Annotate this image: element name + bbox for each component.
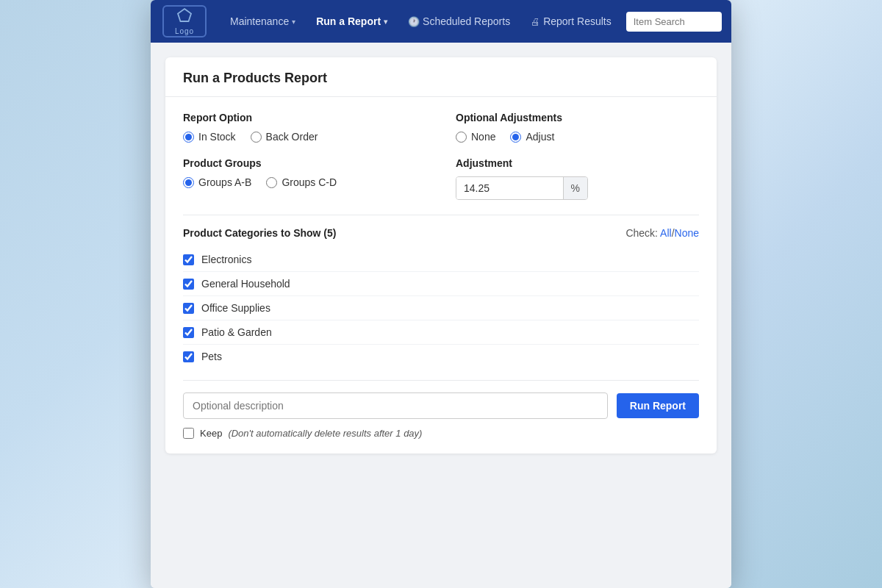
check-none-link[interactable]: None — [675, 227, 699, 239]
checkbox-patio-garden[interactable] — [183, 327, 194, 338]
form-group-product-groups: Product Groups Groups A-B Groups C-D — [183, 157, 426, 200]
categories-section: Product Categories to Show (5) Check: Al… — [183, 215, 699, 368]
checkbox-electronics[interactable] — [183, 254, 194, 265]
optional-adjustments-label: Optional Adjustments — [456, 112, 699, 123]
radio-groups-cd-input[interactable] — [266, 177, 277, 188]
checkbox-office-supplies[interactable] — [183, 303, 194, 314]
maintenance-caret-icon: ▾ — [292, 18, 295, 26]
radio-group-report-option: In Stock Back Order — [183, 131, 426, 143]
nav-search — [626, 12, 722, 32]
logo-box: Logo — [162, 5, 207, 37]
radio-none-input[interactable] — [456, 132, 467, 143]
radio-in-stock[interactable]: In Stock — [183, 131, 236, 143]
keep-checkbox[interactable] — [183, 428, 194, 439]
checkbox-general-household[interactable] — [183, 279, 194, 290]
report-card-header: Run a Products Report — [165, 57, 717, 97]
adjustment-input[interactable] — [456, 177, 563, 199]
run-report-caret-icon: ▾ — [384, 18, 387, 26]
category-item-office-supplies: Office Supplies — [183, 296, 699, 320]
description-input[interactable] — [183, 392, 608, 419]
clock-icon: 🕐 — [408, 16, 420, 27]
radio-adjust[interactable]: Adjust — [510, 131, 554, 143]
keep-note: (Don't automatically delete results afte… — [228, 428, 422, 439]
category-item-electronics: Electronics — [183, 248, 699, 272]
radio-adjust-input[interactable] — [510, 132, 521, 143]
nav-links: Maintenance ▾ Run a Report ▾ 🕐 Scheduled… — [221, 10, 620, 33]
nav-report-results[interactable]: 🖨 Report Results — [522, 10, 620, 33]
adjustment-unit: % — [563, 177, 587, 199]
radio-back-order-input[interactable] — [251, 132, 262, 143]
keep-row: Keep (Don't automatically delete results… — [183, 428, 699, 439]
categories-header: Product Categories to Show (5) Check: Al… — [183, 227, 699, 239]
printer-icon: 🖨 — [531, 16, 540, 27]
radio-in-stock-input[interactable] — [183, 132, 194, 143]
checkbox-pets[interactable] — [183, 351, 194, 362]
nav-run-report[interactable]: Run a Report ▾ — [307, 10, 396, 33]
nav-maintenance[interactable]: Maintenance ▾ — [221, 10, 304, 33]
run-report-button[interactable]: Run Report — [617, 393, 699, 418]
adjustment-input-wrap: % — [456, 176, 588, 200]
logo-icon — [176, 7, 193, 26]
form-group-report-option: Report Option In Stock Back Order — [183, 112, 426, 143]
radio-group-product-groups: Groups A-B Groups C-D — [183, 176, 426, 188]
check-links: Check: All/None — [625, 227, 699, 239]
form-row-1: Report Option In Stock Back Order — [183, 112, 699, 143]
report-card: Run a Products Report Report Option In S… — [165, 57, 717, 453]
category-item-general-household: General Household — [183, 272, 699, 296]
form-group-optional-adjustments: Optional Adjustments None Adjust — [456, 112, 699, 143]
search-input[interactable] — [626, 12, 722, 32]
main-content: Run a Products Report Report Option In S… — [151, 43, 731, 588]
adjustment-label: Adjustment — [456, 157, 699, 169]
logo-text: Logo — [175, 27, 194, 35]
svg-marker-0 — [178, 9, 191, 21]
radio-back-order[interactable]: Back Order — [251, 131, 318, 143]
form-group-adjustment: Adjustment % — [456, 157, 699, 200]
actions-row: Run Report — [183, 380, 699, 419]
category-item-patio-garden: Patio & Garden — [183, 320, 699, 345]
nav-scheduled-reports[interactable]: 🕐 Scheduled Reports — [399, 10, 519, 33]
radio-groups-cd[interactable]: Groups C-D — [266, 176, 337, 188]
app-window: Logo Maintenance ▾ Run a Report ▾ 🕐 Sche… — [151, 0, 731, 588]
categories-label: Product Categories to Show (5) — [183, 227, 336, 239]
radio-none[interactable]: None — [456, 131, 495, 143]
product-groups-label: Product Groups — [183, 157, 426, 169]
radio-groups-ab-input[interactable] — [183, 177, 194, 188]
radio-groups-ab[interactable]: Groups A-B — [183, 176, 251, 188]
form-row-2: Product Groups Groups A-B Groups C-D — [183, 157, 699, 200]
check-all-link[interactable]: All — [660, 227, 672, 239]
report-card-body: Report Option In Stock Back Order — [165, 97, 717, 453]
report-title: Run a Products Report — [183, 71, 699, 86]
navbar: Logo Maintenance ▾ Run a Report ▾ 🕐 Sche… — [151, 0, 731, 43]
radio-group-adjustments: None Adjust — [456, 131, 699, 143]
category-item-pets: Pets — [183, 345, 699, 368]
report-option-label: Report Option — [183, 112, 426, 123]
